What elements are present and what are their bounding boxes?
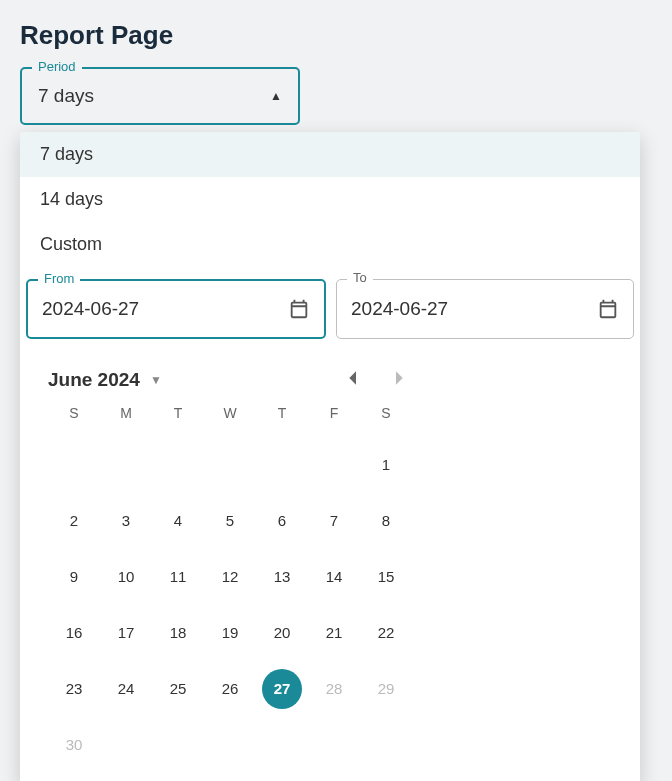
period-value: 7 days [38, 85, 94, 107]
calendar-day[interactable]: 12 [210, 557, 250, 597]
period-dropdown-panel: 7 days14 daysCustom From 2024-06-27 To 2… [20, 132, 640, 781]
calendar-dow: W [204, 405, 256, 429]
calendar-month-select[interactable]: June 2024 ▼ [48, 369, 162, 391]
calendar-dow: T [256, 405, 308, 429]
to-date-field[interactable]: To 2024-06-27 [336, 279, 634, 339]
calendar-dow: M [100, 405, 152, 429]
calendar-icon [597, 298, 619, 320]
chevron-up-icon: ▲ [270, 89, 282, 103]
calendar-month-label: June 2024 [48, 369, 140, 391]
calendar-day[interactable]: 4 [158, 501, 198, 541]
calendar-day[interactable]: 7 [314, 501, 354, 541]
period-label: Period [32, 59, 82, 74]
calendar-day[interactable]: 16 [54, 613, 94, 653]
calendar-day: 28 [314, 669, 354, 709]
calendar-day[interactable]: 11 [158, 557, 198, 597]
calendar-prev-button[interactable] [340, 370, 364, 391]
to-value: 2024-06-27 [351, 298, 448, 320]
calendar-day[interactable]: 18 [158, 613, 198, 653]
calendar-day[interactable]: 24 [106, 669, 146, 709]
from-label: From [38, 271, 80, 286]
calendar-day[interactable]: 17 [106, 613, 146, 653]
calendar-day[interactable]: 15 [366, 557, 406, 597]
calendar-day[interactable]: 26 [210, 669, 250, 709]
period-select[interactable]: Period 7 days ▲ [20, 67, 300, 125]
calendar-day[interactable]: 14 [314, 557, 354, 597]
calendar-day[interactable]: 20 [262, 613, 302, 653]
calendar-day[interactable]: 3 [106, 501, 146, 541]
calendar-icon [288, 298, 310, 320]
calendar-day[interactable]: 6 [262, 501, 302, 541]
calendar-day[interactable]: 22 [366, 613, 406, 653]
calendar-day[interactable]: 21 [314, 613, 354, 653]
calendar-dow: S [48, 405, 100, 429]
to-label: To [347, 270, 373, 285]
page-title: Report Page [20, 20, 652, 51]
chevron-right-icon [394, 370, 406, 386]
calendar-dow: S [360, 405, 412, 429]
from-value: 2024-06-27 [42, 298, 139, 320]
calendar-next-button[interactable] [388, 370, 412, 391]
chevron-down-icon: ▼ [150, 373, 162, 387]
period-option[interactable]: 7 days [20, 132, 640, 177]
calendar-day[interactable]: 25 [158, 669, 198, 709]
calendar-day[interactable]: 9 [54, 557, 94, 597]
calendar-day[interactable]: 2 [54, 501, 94, 541]
period-option[interactable]: Custom [20, 222, 640, 267]
calendar-day[interactable]: 10 [106, 557, 146, 597]
calendar-dow: F [308, 405, 360, 429]
calendar-day[interactable]: 19 [210, 613, 250, 653]
calendar-dow: T [152, 405, 204, 429]
chevron-left-icon [346, 370, 358, 386]
from-date-field[interactable]: From 2024-06-27 [26, 279, 326, 339]
calendar-day[interactable]: 13 [262, 557, 302, 597]
calendar-day: 30 [54, 725, 94, 765]
calendar: June 2024 ▼ SMTWTFS123456789101112131415… [20, 353, 440, 781]
calendar-day[interactable]: 1 [366, 445, 406, 485]
calendar-day[interactable]: 27 [262, 669, 302, 709]
date-range-row: From 2024-06-27 To 2024-06-27 [20, 267, 640, 353]
calendar-day: 29 [366, 669, 406, 709]
calendar-day[interactable]: 5 [210, 501, 250, 541]
calendar-day[interactable]: 8 [366, 501, 406, 541]
period-option[interactable]: 14 days [20, 177, 640, 222]
calendar-day[interactable]: 23 [54, 669, 94, 709]
